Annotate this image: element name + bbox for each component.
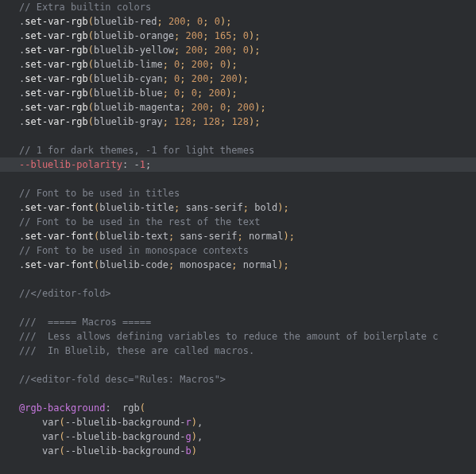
code-line: var(--bluelib-background-b) xyxy=(0,444,476,458)
code-token: 0 xyxy=(215,16,220,27)
code-token: ( xyxy=(88,30,94,41)
code-token: // xyxy=(19,288,30,299)
code-line: .set-var-rgb(bluelib-lime; 0; 200; 0); xyxy=(0,57,476,72)
code-line: .set-var-rgb(bluelib-yellow; 200; 200; 0… xyxy=(0,43,476,57)
code-token: rgb xyxy=(117,402,140,414)
code-token: set-var-font xyxy=(25,259,94,270)
code-token: ; xyxy=(208,59,219,70)
code-token: --bluelib-background- xyxy=(65,417,186,428)
code-token: ( xyxy=(88,116,94,127)
code-line: // Font to be used in titles xyxy=(0,186,476,200)
code-token: ( xyxy=(60,445,65,457)
code-token: 200 xyxy=(186,30,203,41)
code-token: ; xyxy=(174,45,185,56)
code-line: .set-var-font(bluelib-text; sans-serif; … xyxy=(0,229,476,243)
code-token: ; xyxy=(203,45,214,56)
code-token: bluelib-orange xyxy=(94,30,174,41)
code-token: set-var-rgb xyxy=(25,116,87,127)
code-token: 200 xyxy=(208,87,226,99)
code-line xyxy=(0,172,476,186)
code-token: ; xyxy=(254,30,260,41)
code-line xyxy=(0,301,476,315)
code-line: // Extra builtin colors xyxy=(0,0,476,14)
code-token: ; xyxy=(163,59,174,70)
code-line: /// In Bluelib, these are called macros. xyxy=(0,344,476,358)
code-token: ; xyxy=(283,259,288,270)
code-token: 200 xyxy=(186,45,203,56)
code-token: ; xyxy=(254,45,260,56)
code-token: ; xyxy=(231,30,242,41)
code-line: //<editor-fold desc="Rules: Macros"> xyxy=(0,372,476,387)
code-token: normal xyxy=(249,231,283,242)
code-token: </editor-fold> xyxy=(30,288,110,299)
code-token xyxy=(19,445,42,457)
code-token: // xyxy=(19,374,30,385)
code-token: ; xyxy=(180,59,191,70)
code-token: /// In Bluelib, these are called macros. xyxy=(19,345,254,356)
code-line: var(--bluelib-background-g), xyxy=(0,429,476,444)
code-editor[interactable]: // Extra builtin colors.set-var-rgb(blue… xyxy=(0,0,476,458)
code-token: ; xyxy=(203,30,214,41)
code-token: 0 xyxy=(243,45,249,56)
code-token: set-var-rgb xyxy=(25,45,87,56)
code-token xyxy=(19,431,42,442)
code-token: ( xyxy=(60,431,65,442)
code-token: ; xyxy=(231,259,242,270)
code-token: r xyxy=(186,417,192,428)
code-token: bluelib-text xyxy=(99,231,168,242)
code-line: @rgb-background: rgb( xyxy=(0,401,476,415)
code-token: ) xyxy=(254,102,260,113)
code-token: ; xyxy=(283,202,288,213)
code-token: ; xyxy=(208,102,219,113)
code-token: ( xyxy=(88,73,94,84)
code-token: --bluelib-background- xyxy=(65,431,186,442)
code-token: 0 xyxy=(243,30,249,41)
code-token: ; xyxy=(145,159,151,170)
code-token: <editor-fold desc="Rules: Macros"> xyxy=(30,374,226,385)
code-token: bluelib-lime xyxy=(94,59,163,70)
code-line: //</editor-fold> xyxy=(0,286,476,301)
code-token: ; xyxy=(261,102,266,113)
code-token: ; xyxy=(220,116,231,127)
code-token: ( xyxy=(88,102,94,113)
code-token: --bluelib-background- xyxy=(65,445,186,457)
code-token: --bluelib-polarity xyxy=(19,159,122,170)
code-token: 200 xyxy=(168,16,186,27)
code-token: sans-serif xyxy=(186,202,243,213)
code-token: var xyxy=(42,431,60,442)
code-token: set-var-rgb xyxy=(25,16,87,27)
code-line: .set-var-rgb(bluelib-blue; 0; 0; 200); xyxy=(0,86,476,100)
code-token: ; xyxy=(238,231,249,242)
code-token: // Font to be used in the rest of the te… xyxy=(19,216,260,227)
code-token: bluelib-red xyxy=(94,16,157,27)
code-token: /// ===== Macros ===== xyxy=(19,317,151,328)
code-token: var xyxy=(42,417,60,428)
code-line: .set-var-font(bluelib-code; monospace; n… xyxy=(0,258,476,272)
code-token: ; xyxy=(163,116,174,127)
code-token: ( xyxy=(88,59,94,70)
code-token: ( xyxy=(88,16,94,27)
code-line xyxy=(0,272,476,286)
code-token: ; xyxy=(163,87,174,99)
code-line: --bluelib-polarity: -1; xyxy=(0,157,476,172)
code-token: ; xyxy=(192,116,203,127)
code-token: ( xyxy=(60,417,65,428)
code-token: // Font to be used in titles xyxy=(19,188,180,199)
code-token: ; xyxy=(186,16,197,27)
code-token: 200 xyxy=(220,73,238,84)
code-token: ; xyxy=(168,259,180,270)
code-line: .set-var-rgb(bluelib-magenta; 200; 0; 20… xyxy=(0,100,476,115)
code-token: // Font to be used in monospace contexts xyxy=(19,245,249,256)
code-line: /// ===== Macros ===== xyxy=(0,315,476,329)
code-token: : xyxy=(105,402,116,414)
code-line: // Font to be used in monospace contexts xyxy=(0,243,476,258)
code-token: bluelib-gray xyxy=(94,116,163,127)
code-token: ; xyxy=(180,102,191,113)
code-token: ; xyxy=(208,73,219,84)
code-token: set-var-font xyxy=(25,231,94,242)
code-line: /// Less allows defining variables to re… xyxy=(0,329,476,344)
code-token: 200 xyxy=(192,102,209,113)
code-token: ( xyxy=(140,402,145,414)
code-token: ( xyxy=(88,45,94,56)
code-line: .set-var-font(bluelib-title; sans-serif;… xyxy=(0,200,476,215)
